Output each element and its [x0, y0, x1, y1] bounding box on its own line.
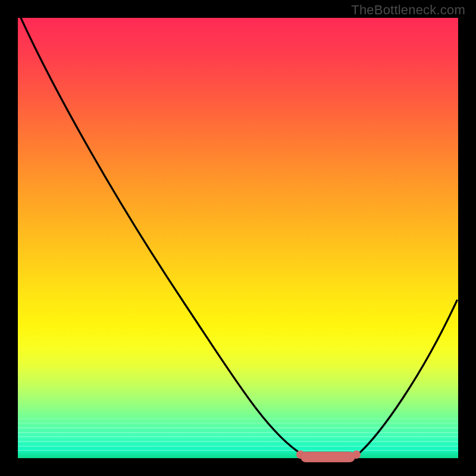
- watermark-text: TheBottleneck.com: [351, 2, 465, 18]
- chart-container: TheBottleneck.com: [0, 0, 476, 476]
- bottleneck-curve-path: [21, 18, 457, 455]
- optimal-range-marker: [300, 452, 355, 462]
- optimal-end-dot: [352, 450, 361, 459]
- curve-svg: [18, 18, 458, 458]
